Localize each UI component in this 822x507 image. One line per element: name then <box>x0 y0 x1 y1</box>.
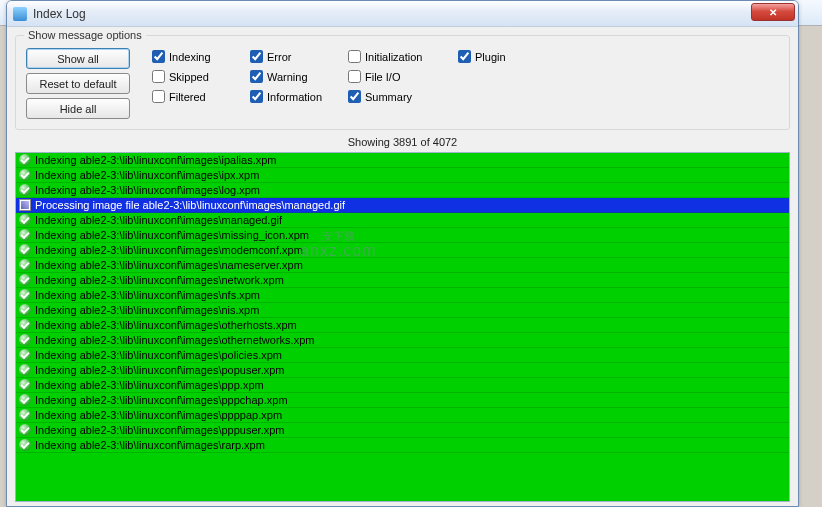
ok-icon <box>19 259 31 271</box>
check-filtered-box[interactable] <box>152 90 165 103</box>
check-filtered[interactable]: Filtered <box>152 90 240 103</box>
ok-icon <box>19 214 31 226</box>
log-row[interactable]: Processing image file able2-3:\lib\linux… <box>16 198 789 213</box>
log-row[interactable]: Indexing able2-3:\lib\linuxconf\images\p… <box>16 408 789 423</box>
log-row[interactable]: Indexing able2-3:\lib\linuxconf\images\m… <box>16 213 789 228</box>
log-row-text: Indexing able2-3:\lib\linuxconf\images\p… <box>35 424 284 436</box>
check-error[interactable]: Error <box>250 50 338 63</box>
ok-icon <box>19 154 31 166</box>
processing-icon <box>19 199 31 211</box>
ok-icon <box>19 379 31 391</box>
log-row-text: Indexing able2-3:\lib\linuxconf\images\p… <box>35 349 282 361</box>
log-row[interactable]: Indexing able2-3:\lib\linuxconf\images\o… <box>16 333 789 348</box>
log-row[interactable]: Indexing able2-3:\lib\linuxconf\images\n… <box>16 288 789 303</box>
titlebar[interactable]: Index Log <box>7 1 798 27</box>
check-skipped-label: Skipped <box>169 71 209 83</box>
check-filtered-label: Filtered <box>169 91 206 103</box>
log-row-text: Indexing able2-3:\lib\linuxconf\images\n… <box>35 304 259 316</box>
group-title: Show message options <box>24 29 146 41</box>
log-row-text: Indexing able2-3:\lib\linuxconf\images\n… <box>35 259 303 271</box>
check-error-label: Error <box>267 51 291 63</box>
ok-icon <box>19 274 31 286</box>
log-row-text: Indexing able2-3:\lib\linuxconf\images\n… <box>35 274 284 286</box>
log-row[interactable]: Indexing able2-3:\lib\linuxconf\images\m… <box>16 228 789 243</box>
check-initialization-label: Initialization <box>365 51 422 63</box>
log-row[interactable]: Indexing able2-3:\lib\linuxconf\images\p… <box>16 423 789 438</box>
window-title: Index Log <box>33 7 86 21</box>
check-information-box[interactable] <box>250 90 263 103</box>
log-row[interactable]: Indexing able2-3:\lib\linuxconf\images\m… <box>16 243 789 258</box>
log-row-text: Indexing able2-3:\lib\linuxconf\images\p… <box>35 379 264 391</box>
log-row[interactable]: Indexing able2-3:\lib\linuxconf\images\p… <box>16 393 789 408</box>
reset-to-default-button[interactable]: Reset to default <box>26 73 130 94</box>
check-indexing-label: Indexing <box>169 51 211 63</box>
ok-icon <box>19 184 31 196</box>
log-row-text: Processing image file able2-3:\lib\linux… <box>35 199 345 211</box>
check-initialization[interactable]: Initialization <box>348 50 448 63</box>
log-row-text: Indexing able2-3:\lib\linuxconf\images\p… <box>35 409 282 421</box>
check-fileio-box[interactable] <box>348 70 361 83</box>
log-row[interactable]: Indexing able2-3:\lib\linuxconf\images\n… <box>16 273 789 288</box>
ok-icon <box>19 229 31 241</box>
close-button[interactable] <box>751 3 795 21</box>
show-all-button[interactable]: Show all <box>26 48 130 69</box>
log-row[interactable]: Indexing able2-3:\lib\linuxconf\images\p… <box>16 363 789 378</box>
check-plugin[interactable]: Plugin <box>458 50 538 63</box>
log-row-text: Indexing able2-3:\lib\linuxconf\images\l… <box>35 184 260 196</box>
log-row[interactable]: Indexing able2-3:\lib\linuxconf\images\i… <box>16 168 789 183</box>
ok-icon <box>19 409 31 421</box>
log-row[interactable]: Indexing able2-3:\lib\linuxconf\images\o… <box>16 318 789 333</box>
log-row-text: Indexing able2-3:\lib\linuxconf\images\o… <box>35 334 314 346</box>
log-row[interactable]: Indexing able2-3:\lib\linuxconf\images\l… <box>16 183 789 198</box>
check-indexing-box[interactable] <box>152 50 165 63</box>
message-options-group: Show message options Show all Reset to d… <box>15 35 790 130</box>
check-plugin-box[interactable] <box>458 50 471 63</box>
log-row[interactable]: Indexing able2-3:\lib\linuxconf\images\p… <box>16 378 789 393</box>
check-information[interactable]: Information <box>250 90 338 103</box>
log-row-text: Indexing able2-3:\lib\linuxconf\images\r… <box>35 439 265 451</box>
check-warning-box[interactable] <box>250 70 263 83</box>
log-row[interactable]: Indexing able2-3:\lib\linuxconf\images\n… <box>16 258 789 273</box>
log-row[interactable]: Indexing able2-3:\lib\linuxconf\images\r… <box>16 438 789 453</box>
status-line: Showing 3891 of 4072 <box>15 132 790 152</box>
log-row-text: Indexing able2-3:\lib\linuxconf\images\m… <box>35 244 303 256</box>
ok-icon <box>19 364 31 376</box>
log-row[interactable]: Indexing able2-3:\lib\linuxconf\images\n… <box>16 303 789 318</box>
log-row[interactable]: Indexing able2-3:\lib\linuxconf\images\i… <box>16 153 789 168</box>
ok-icon <box>19 424 31 436</box>
check-summary[interactable]: Summary <box>348 90 448 103</box>
check-fileio[interactable]: File I/O <box>348 70 448 83</box>
check-information-label: Information <box>267 91 322 103</box>
check-error-box[interactable] <box>250 50 263 63</box>
check-warning[interactable]: Warning <box>250 70 338 83</box>
log-row-text: Indexing able2-3:\lib\linuxconf\images\m… <box>35 214 282 226</box>
ok-icon <box>19 394 31 406</box>
client-area: Show message options Show all Reset to d… <box>7 27 798 506</box>
hide-all-button[interactable]: Hide all <box>26 98 130 119</box>
log-row-text: Indexing able2-3:\lib\linuxconf\images\p… <box>35 364 284 376</box>
log-row-text: Indexing able2-3:\lib\linuxconf\images\i… <box>35 154 277 166</box>
ok-icon <box>19 169 31 181</box>
check-summary-box[interactable] <box>348 90 361 103</box>
check-fileio-label: File I/O <box>365 71 400 83</box>
log-row-text: Indexing able2-3:\lib\linuxconf\images\i… <box>35 169 259 181</box>
ok-icon <box>19 244 31 256</box>
log-list[interactable]: Indexing able2-3:\lib\linuxconf\images\i… <box>15 152 790 502</box>
check-skipped[interactable]: Skipped <box>152 70 240 83</box>
check-initialization-box[interactable] <box>348 50 361 63</box>
ok-icon <box>19 349 31 361</box>
check-skipped-box[interactable] <box>152 70 165 83</box>
app-icon <box>13 7 27 21</box>
button-column: Show all Reset to default Hide all <box>26 48 130 119</box>
ok-icon <box>19 289 31 301</box>
ok-icon <box>19 319 31 331</box>
check-indexing[interactable]: Indexing <box>152 50 240 63</box>
log-row-text: Indexing able2-3:\lib\linuxconf\images\p… <box>35 394 288 406</box>
check-warning-label: Warning <box>267 71 308 83</box>
index-log-window: Index Log Show message options Show all … <box>6 0 799 507</box>
checkbox-grid: Indexing Error Initialization Plugin Ski… <box>152 50 538 103</box>
check-plugin-label: Plugin <box>475 51 506 63</box>
ok-icon <box>19 439 31 451</box>
ok-icon <box>19 334 31 346</box>
log-row[interactable]: Indexing able2-3:\lib\linuxconf\images\p… <box>16 348 789 363</box>
